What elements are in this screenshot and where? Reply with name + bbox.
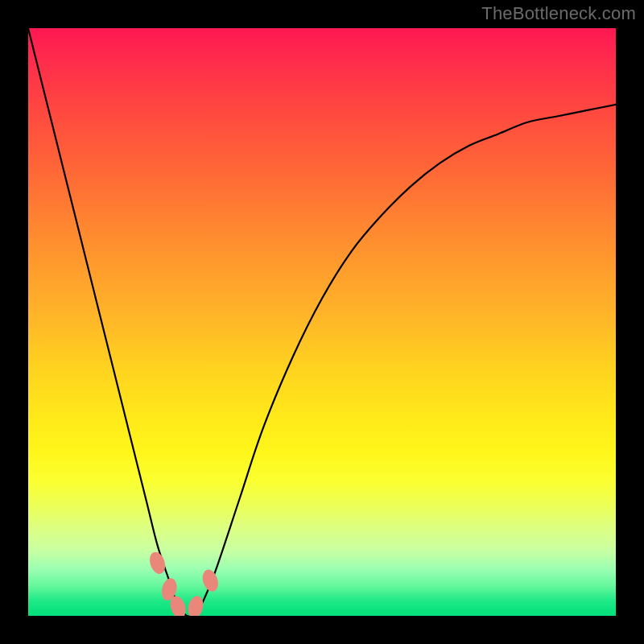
chart-frame: TheBottleneck.com [0,0,644,644]
curve-marker [147,550,168,576]
curve-overlay [28,28,616,616]
markers-group [147,550,221,616]
plot-area [28,28,616,616]
curve-marker [200,568,221,593]
curve-marker [186,594,205,616]
watermark-text: TheBottleneck.com [481,3,636,24]
bottleneck-curve [28,28,616,616]
